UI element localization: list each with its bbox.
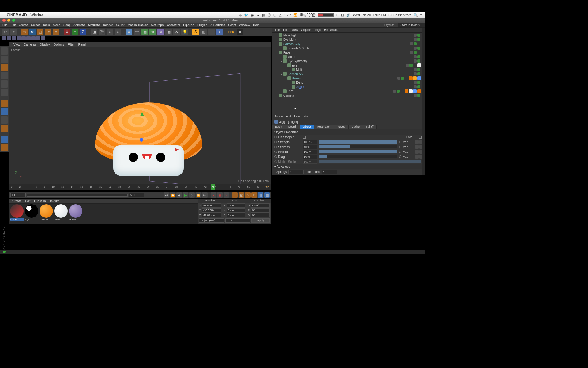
axis-y-toggle[interactable]: Y — [72, 29, 78, 35]
expand-toggle[interactable]: - — [284, 64, 287, 67]
menu-xparticles[interactable]: X-Particles — [210, 23, 225, 27]
texture-mode-button[interactable] — [1, 56, 8, 63]
play-button[interactable]: ▶ — [183, 192, 188, 198]
menubar-icon[interactable]: △ — [279, 13, 281, 17]
vis-editor-toggle[interactable] — [414, 85, 417, 88]
om-menu-objects[interactable]: Objects — [301, 28, 311, 32]
snap-button[interactable] — [41, 36, 45, 40]
menu-mesh[interactable]: Mesh — [53, 23, 60, 27]
om-menu-file[interactable]: File — [275, 28, 280, 32]
on-stopped-checkbox[interactable] — [303, 136, 306, 139]
user-name[interactable]: EJ Hassenfratz — [388, 13, 411, 17]
key-scale-button[interactable]: ◱ — [239, 192, 244, 198]
coord-system-button[interactable]: ◨ — [91, 29, 97, 35]
generator-button[interactable]: ▦ — [141, 29, 148, 35]
material-item[interactable]: Eye — [24, 204, 39, 223]
coord-mode-dropdown[interactable]: Object (Rel) — [199, 218, 224, 223]
animation-mode-button[interactable] — [1, 116, 8, 124]
key-mode-button[interactable]: ▦ — [258, 192, 263, 198]
vis-render-toggle[interactable] — [409, 64, 413, 67]
object-name[interactable]: Rice — [288, 90, 294, 93]
mat-menu-edit[interactable]: Edit — [25, 199, 30, 203]
menu-simulate[interactable]: Simulate — [88, 23, 100, 27]
map-button[interactable] — [415, 145, 419, 149]
range-slider[interactable] — [27, 194, 128, 197]
material-item[interactable]: Salmon — [39, 204, 53, 223]
notification-icon[interactable]: ≡ — [420, 13, 422, 17]
local-checkbox[interactable] — [419, 136, 422, 139]
vis-render-toggle[interactable] — [417, 85, 420, 88]
render-settings-button[interactable]: ⚙ — [115, 29, 121, 35]
vis-render-toggle[interactable] — [417, 38, 420, 41]
vis-render-toggle[interactable] — [417, 72, 420, 75]
primitive-button[interactable]: ● — [126, 29, 132, 35]
tweak-mode-button[interactable] — [1, 136, 8, 143]
scale-tool[interactable]: ◱ — [37, 29, 43, 35]
size-field[interactable]: 0 cm — [227, 203, 246, 208]
object-name[interactable]: Eye Symmetry — [288, 59, 307, 63]
undo-button[interactable]: ↶ — [2, 29, 9, 35]
vis-render-toggle[interactable] — [417, 47, 420, 50]
menubar-icon[interactable]: ⎋ — [239, 13, 242, 17]
psr-indicator[interactable]: PSR — [227, 30, 236, 34]
goto-start-button[interactable]: ⏮ — [164, 192, 169, 198]
am-menu-edit[interactable]: Edit — [286, 115, 291, 118]
object-tree-row[interactable]: - Salmon — [272, 76, 425, 80]
viewport[interactable]: Parallel yx Grid Spacing : 100 cm — [9, 47, 271, 184]
point-mode-button[interactable] — [1, 72, 8, 79]
attr-tab[interactable]: Cache — [349, 125, 363, 129]
object-tree-row[interactable]: - Face — [272, 50, 425, 55]
menu-motiontracker[interactable]: Motion Tracker — [128, 23, 148, 27]
menu-window[interactable]: Window — [239, 23, 250, 27]
menu-animate[interactable]: Animate — [74, 23, 85, 27]
key-pos-button[interactable]: + — [232, 192, 238, 198]
vis-editor-toggle[interactable] — [414, 81, 417, 84]
menu-character[interactable]: Character — [167, 23, 180, 27]
vis-editor-toggle[interactable] — [414, 34, 417, 37]
attr-tab[interactable]: Coord. — [285, 125, 300, 129]
right-tab-strip[interactable] — [422, 28, 425, 175]
position-field[interactable]: 42.438 cm — [202, 203, 221, 208]
expand-toggle[interactable]: - — [276, 51, 279, 54]
deformer-button[interactable]: ◈ — [157, 29, 164, 35]
object-name[interactable]: Main Light — [283, 34, 297, 37]
menu-tools[interactable]: Tools — [43, 23, 50, 27]
object-tree-row[interactable]: - Salmon SS — [272, 72, 425, 76]
coord-size-dropdown[interactable]: Size — [225, 218, 251, 223]
object-tree-row[interactable]: Jiggle — [272, 85, 425, 89]
springs-field[interactable]: 4 — [288, 170, 304, 174]
object-mode-button[interactable] — [1, 108, 8, 115]
vis-render-toggle[interactable] — [417, 55, 420, 58]
prop-value-field[interactable]: 100 % — [303, 140, 317, 144]
menu-plugins[interactable]: Plugins — [197, 23, 207, 27]
tool-button[interactable]: ⌐ — [208, 29, 215, 35]
menubar-icon[interactable]: ◉ — [251, 13, 254, 17]
object-tree-row[interactable]: - Eye Symmetry — [272, 59, 425, 63]
vp-menu-cameras[interactable]: Cameras — [24, 43, 36, 46]
expand-toggle[interactable]: - — [276, 42, 279, 46]
object-name[interactable]: Face — [283, 51, 290, 54]
object-tree-row[interactable]: Eye Light — [272, 37, 425, 42]
prop-value-field[interactable]: 40 % — [303, 145, 317, 149]
dropbox-icon[interactable]: ⬡ — [273, 13, 277, 17]
xp-button[interactable]: S — [192, 29, 199, 35]
rotate-tool[interactable]: ⟳ — [45, 29, 51, 35]
menu-snap[interactable]: Snap — [63, 23, 70, 27]
vp-menu-options[interactable]: Options — [54, 43, 64, 46]
render-pv-button[interactable]: ⚙ — [107, 29, 113, 35]
playhead[interactable]: 45 — [211, 184, 215, 190]
workplane-button[interactable] — [1, 64, 8, 71]
vis-render-toggle[interactable] — [417, 34, 420, 37]
menu-mograph[interactable]: MoGraph — [151, 23, 164, 27]
object-tree-row[interactable]: Rice — [272, 89, 425, 93]
am-menu-mode[interactable]: Mode — [275, 115, 283, 118]
mat-menu-create[interactable]: Create — [12, 199, 21, 203]
vis-editor-toggle[interactable] — [414, 94, 417, 97]
prop-slider[interactable] — [319, 140, 397, 144]
close-window-button[interactable] — [2, 19, 6, 22]
app-name[interactable]: CINEMA 4D — [7, 13, 27, 17]
uv-mode-button[interactable] — [1, 125, 8, 132]
gizmo-center[interactable] — [140, 138, 143, 142]
redo-button[interactable]: ↷ — [10, 29, 17, 35]
vis-editor-toggle[interactable] — [410, 42, 413, 45]
